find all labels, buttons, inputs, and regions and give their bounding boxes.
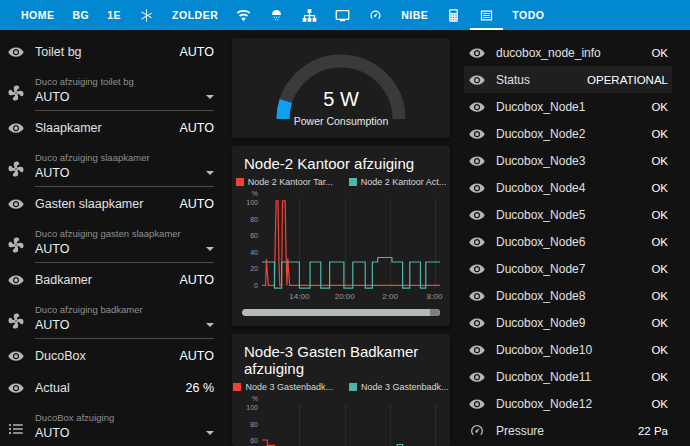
entity-value: OPERATIONAL <box>587 74 668 86</box>
select-duco-toilet-bg: Duco afzuiging toilet bg AUTO <box>7 69 214 111</box>
entity-row-node1[interactable]: Ducobox_Node1 OK <box>464 93 672 120</box>
tab-ventilation[interactable] <box>470 0 503 30</box>
entity-value: OK <box>651 371 668 383</box>
entity-value: OK <box>651 236 668 248</box>
y-tick: 80 <box>250 421 258 428</box>
tab-calculator[interactable] <box>437 0 470 30</box>
tab-nibe[interactable]: NIBE <box>392 0 437 30</box>
entity-label: Ducobox_Node12 <box>496 397 651 411</box>
entity-row-status[interactable]: Status OPERATIONAL <box>464 66 672 93</box>
y-tick: 100 <box>246 199 258 206</box>
plot-area <box>262 404 440 446</box>
eye-icon <box>468 71 486 89</box>
entity-label: Slaapkamer <box>35 121 180 135</box>
entity-value: OK <box>651 209 668 221</box>
entity-row-node7[interactable]: Ducobox_Node7 OK <box>464 255 672 282</box>
chevron-down-icon <box>206 247 214 251</box>
select-input[interactable]: Duco afzuiging gasten slaapkamer AUTO <box>35 228 214 263</box>
y-tick: 40 <box>250 249 258 256</box>
tab-label: BG <box>73 9 90 21</box>
entity-row-node4[interactable]: Ducobox_Node4 OK <box>464 174 672 201</box>
entity-label: Pressure <box>496 424 638 438</box>
entity-row-slaapkamer[interactable]: Slaapkamer AUTO <box>7 113 214 143</box>
chart-card-node3: Node-3 Gasten Badkamer afzuiging Node 3 … <box>232 334 450 446</box>
tab-climate[interactable] <box>130 0 163 30</box>
legend-label: Node 3 Gastenbadk... <box>361 382 449 392</box>
select-duco-gasten-slaapkamer: Duco afzuiging gasten slaapkamer AUTO <box>7 221 214 263</box>
entity-label: Ducobox_Node6 <box>496 235 651 249</box>
eye-icon <box>468 98 486 116</box>
tab-energy[interactable] <box>359 0 392 30</box>
y-axis-unit: % <box>252 190 258 197</box>
eye-icon <box>7 347 25 365</box>
fan-icon <box>7 312 25 330</box>
entity-row-node2[interactable]: Ducobox_Node2 OK <box>464 120 672 147</box>
tab-bg[interactable]: BG <box>64 0 99 30</box>
chevron-down-icon <box>206 431 214 435</box>
series-target-line <box>262 201 440 286</box>
y-tick: 0 <box>254 282 258 289</box>
entity-label: Ducobox_Node7 <box>496 262 651 276</box>
entity-label: Actual <box>35 381 186 395</box>
entity-row-ducobox[interactable]: DucoBox AUTO <box>7 341 214 371</box>
select-input[interactable]: DucoBox afzuiging AUTO <box>35 412 214 446</box>
entity-row-gasten-slaapkamer[interactable]: Gasten slaapkamer AUTO <box>7 189 214 219</box>
entity-value: OK <box>651 182 668 194</box>
chart-scrollbar[interactable] <box>242 309 440 316</box>
x-tick: 2:00 <box>382 292 398 301</box>
chart-title: Node-2 Kantoor afzuiging <box>232 146 450 174</box>
tab-zolder[interactable]: ZOLDER <box>163 0 227 30</box>
eye-icon <box>468 233 486 251</box>
entity-label: Ducobox_Node9 <box>496 316 651 330</box>
entity-row-badkamer[interactable]: Badkamer AUTO <box>7 265 214 295</box>
tab-todo[interactable]: TODO <box>503 0 553 30</box>
entity-row-node6[interactable]: Ducobox_Node6 OK <box>464 228 672 255</box>
select-input[interactable]: Duco afzuiging badkamer AUTO <box>35 304 214 339</box>
entity-row-node5[interactable]: Ducobox_Node5 OK <box>464 201 672 228</box>
tab-devices[interactable] <box>293 0 326 30</box>
eye-icon <box>468 260 486 278</box>
legend-label: Node 2 Kantoor Tar... <box>248 177 333 187</box>
tab-home[interactable]: HOME <box>12 0 64 30</box>
entity-row-node9[interactable]: Ducobox_Node9 OK <box>464 309 672 336</box>
y-tick: 100 <box>246 404 258 411</box>
entity-row-node-info[interactable]: ducobox_node_info OK <box>464 39 672 66</box>
select-label: DucoBox afzuiging <box>35 412 214 423</box>
tab-label: TODO <box>512 9 544 21</box>
select-input[interactable]: Duco afzuiging slaapkamer AUTO <box>35 152 214 187</box>
entity-row-pressure[interactable]: Pressure 22 Pa <box>464 417 672 444</box>
entity-label: Ducobox_Node3 <box>496 154 651 168</box>
entity-label: Ducobox_Node1 <box>496 100 651 114</box>
entity-row-node3[interactable]: Ducobox_Node3 OK <box>464 147 672 174</box>
entity-row-node12[interactable]: Ducobox_Node12 OK <box>464 390 672 417</box>
wifi-icon <box>236 8 251 23</box>
tab-label: HOME <box>21 9 55 21</box>
chart-legend: Node 2 Kantoor Tar... Node 2 Kantoor Act… <box>232 174 450 189</box>
legend-swatch-target <box>236 178 244 186</box>
entity-value: OK <box>651 344 668 356</box>
eye-icon <box>468 206 486 224</box>
calculator-icon <box>446 8 461 23</box>
entity-value: OK <box>651 317 668 329</box>
select-input[interactable]: Duco afzuiging toilet bg AUTO <box>35 76 214 111</box>
snowflake-icon <box>139 8 154 23</box>
entity-label: DucoBox <box>35 349 180 363</box>
entity-row-node8[interactable]: Ducobox_Node8 OK <box>464 282 672 309</box>
entity-row-node10[interactable]: Ducobox_Node10 OK <box>464 336 672 363</box>
select-label: Duco afzuiging slaapkamer <box>35 152 214 163</box>
tab-network[interactable] <box>227 0 260 30</box>
entity-value: OK <box>651 101 668 113</box>
y-axis: % 100 80 60 40 20 0 <box>242 404 262 446</box>
select-value: AUTO <box>35 242 70 256</box>
tab-media[interactable] <box>326 0 359 30</box>
tab-1e[interactable]: 1E <box>98 0 130 30</box>
entity-row-actual[interactable]: Actual 26 % <box>7 373 214 403</box>
entity-row-node11[interactable]: Ducobox_Node11 OK <box>464 363 672 390</box>
y-tick: 20 <box>250 265 258 272</box>
entity-row-toilet-bg[interactable]: Toilet bg AUTO <box>7 37 214 67</box>
fan-icon <box>7 236 25 254</box>
home-assistant-dashboard: HOME BG 1E ZOLDER NIBE TODO <box>0 0 690 446</box>
y-tick: 80 <box>250 216 258 223</box>
entity-value: AUTO <box>180 273 215 287</box>
tab-bathroom[interactable] <box>260 0 293 30</box>
